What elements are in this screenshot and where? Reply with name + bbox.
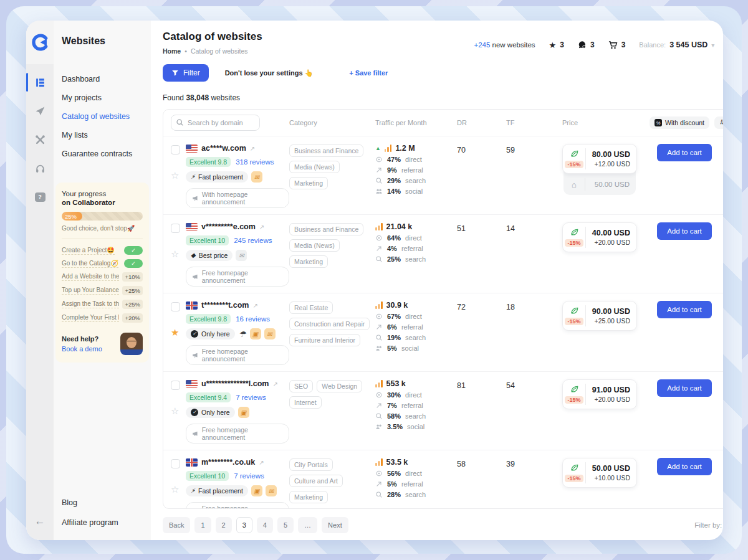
filter-button[interactable]: Filter <box>163 64 209 82</box>
pagination-page-2[interactable]: 2 <box>216 517 232 533</box>
add-to-cart-button[interactable]: Add to cart <box>657 144 712 161</box>
price-main: 91.00 USD <box>586 386 630 394</box>
rating-badge: Excellent 9.8 <box>186 157 231 167</box>
reviews-link[interactable]: 7 reviews <box>234 472 264 480</box>
external-link-icon[interactable]: ↗ <box>259 224 264 230</box>
messages-counter[interactable]: 3 <box>578 40 595 49</box>
domain-link[interactable]: m********.co.uk <box>201 458 255 467</box>
rail-item-websites[interactable] <box>29 72 50 93</box>
row-checkbox[interactable] <box>171 145 180 154</box>
favorites-counter[interactable]: ★ 3 <box>549 40 564 50</box>
reviews-link[interactable]: 7 reviews <box>236 394 266 401</box>
arrow-up-right-icon <box>375 402 383 409</box>
favorite-star-icon[interactable]: ☆ <box>171 485 179 494</box>
sensitive-topics-filter-chip[interactable]: ⠿ Sensitive topics <box>714 116 723 129</box>
traffic-value: 21.04 k <box>386 222 413 231</box>
logo[interactable] <box>26 21 54 64</box>
reviews-link[interactable]: 16 reviews <box>236 315 270 323</box>
category-cell: Real Estate Construction and Repair Furn… <box>289 301 372 346</box>
pagination-back-button[interactable]: Back <box>163 517 190 533</box>
task-label[interactable]: Top up Your Balance💰 <box>62 287 119 295</box>
traffic-bars-icon <box>375 380 383 387</box>
price-card: -15% 91.00 USD +20.00 USD <box>562 379 637 409</box>
book-demo-link[interactable]: Book a demo <box>62 345 102 353</box>
cart-counter[interactable]: 3 <box>608 40 626 50</box>
dashboard-list-icon <box>35 77 46 88</box>
task-label[interactable]: Complete Your First De... <box>62 314 119 322</box>
price-extra: +20.00 USD <box>586 239 630 246</box>
task-label[interactable]: Go to the Catalog🧭 <box>62 260 118 268</box>
reviews-link[interactable]: 245 reviews <box>234 237 272 244</box>
favorite-star-icon[interactable]: ★ <box>171 328 179 337</box>
sidebar-item-my-lists[interactable]: My lists <box>62 129 151 141</box>
rail-item-support[interactable] <box>29 158 50 179</box>
leaf-icon <box>570 228 579 237</box>
external-link-icon[interactable]: ↗ <box>259 459 264 466</box>
collapse-sidebar-arrow-icon[interactable]: ← <box>35 515 46 528</box>
chevron-down-icon[interactable]: ▾ <box>711 42 714 49</box>
rail-item-tools[interactable] <box>29 129 50 150</box>
sidebar-link-blog[interactable]: Blog <box>62 496 151 509</box>
sidebar-item-my-projects[interactable]: My projects <box>62 92 151 104</box>
category-chip: Business and Finance <box>289 145 363 157</box>
rail-item-help[interactable]: ? <box>29 186 50 207</box>
pagination-ellipsis[interactable]: … <box>298 517 317 533</box>
pagination-page-1[interactable]: 1 <box>194 517 211 533</box>
external-link-icon[interactable]: ↗ <box>252 302 257 309</box>
rail-item-outreach[interactable] <box>29 100 50 121</box>
pagination-page-5[interactable]: 5 <box>277 517 294 533</box>
reviews-link[interactable]: 318 reviews <box>236 158 274 166</box>
sidebar-item-dashboard[interactable]: Dashboard <box>62 73 151 85</box>
row-checkbox[interactable] <box>171 459 180 468</box>
favorite-star-icon[interactable]: ☆ <box>171 249 179 259</box>
favorite-star-icon[interactable]: ☆ <box>171 406 179 415</box>
category-chip: Furniture and Interior <box>289 334 360 346</box>
funnel-icon <box>171 69 179 77</box>
task-done-check[interactable]: ✓ <box>124 246 143 255</box>
add-to-cart-button[interactable]: Add to cart <box>657 301 712 318</box>
pagination-page-3-active[interactable]: 3 <box>236 517 252 533</box>
announcement-badge: Free homepage announcement <box>186 424 289 444</box>
add-to-cart-button[interactable]: Add to cart <box>657 379 712 397</box>
balance[interactable]: Balance: 3 545 USD ▾ <box>639 40 714 49</box>
external-link-icon[interactable]: ↗ <box>250 145 255 152</box>
traffic-search: 25%search <box>375 255 457 263</box>
search-small-icon <box>375 412 383 420</box>
arrow-up-right-icon <box>375 245 383 252</box>
sidebar-item-catalog[interactable]: Catalog of websites <box>62 110 151 123</box>
category-chip: Real Estate <box>289 301 333 314</box>
save-filter-link[interactable]: + Save filter <box>349 69 388 77</box>
row-checkbox[interactable] <box>171 302 180 311</box>
results-count-number: 38,048 <box>186 93 209 102</box>
domain-link[interactable]: ac****w.com <box>201 144 246 153</box>
row-checkbox[interactable] <box>171 381 180 390</box>
price-extra: +25.00 USD <box>586 317 630 325</box>
pagination-next-button[interactable]: Next <box>322 517 348 533</box>
site-cell: u**************l.com ↗ Excellent 9.4 7 r… <box>186 379 289 444</box>
add-to-cart-button[interactable]: Add to cart <box>657 458 712 475</box>
row-checkbox[interactable] <box>171 224 180 233</box>
task-label[interactable]: Create a Project🤩 <box>62 247 115 255</box>
traffic-search: 19%search <box>375 334 457 341</box>
domain-link[interactable]: v*********e.com <box>201 222 256 231</box>
domain-link[interactable]: u**************l.com <box>201 379 269 388</box>
task-label[interactable]: Add a Website to the C... <box>62 273 119 281</box>
category-chip: Web Design <box>317 380 362 392</box>
category-chip: Marketing <box>289 491 328 503</box>
rating-badge: Excellent 10 <box>186 235 229 245</box>
with-discount-filter-chip[interactable]: % With discount <box>650 116 709 129</box>
pagination-page-4[interactable]: 4 <box>257 517 273 533</box>
progress-card: Your progress on Collaborator 25% Good c… <box>55 183 149 363</box>
sidebar-link-affiliate[interactable]: Affiliate program <box>62 516 151 529</box>
domain-link[interactable]: t********t.com <box>201 301 249 310</box>
add-to-cart-button[interactable]: Add to cart <box>657 222 712 240</box>
breadcrumb-home[interactable]: Home <box>163 47 181 55</box>
people-icon <box>375 187 383 195</box>
search-input[interactable] <box>171 115 260 131</box>
sidebar-item-guarantee-contracts[interactable]: Guarantee contracts <box>62 148 151 160</box>
task-label[interactable]: Assign the Task to the ... <box>62 300 119 308</box>
task-done-check[interactable]: ✓ <box>124 259 143 268</box>
external-link-icon[interactable]: ↗ <box>272 381 277 387</box>
feature-chip: ☂ <box>238 328 247 339</box>
favorite-star-icon[interactable]: ☆ <box>171 171 179 180</box>
